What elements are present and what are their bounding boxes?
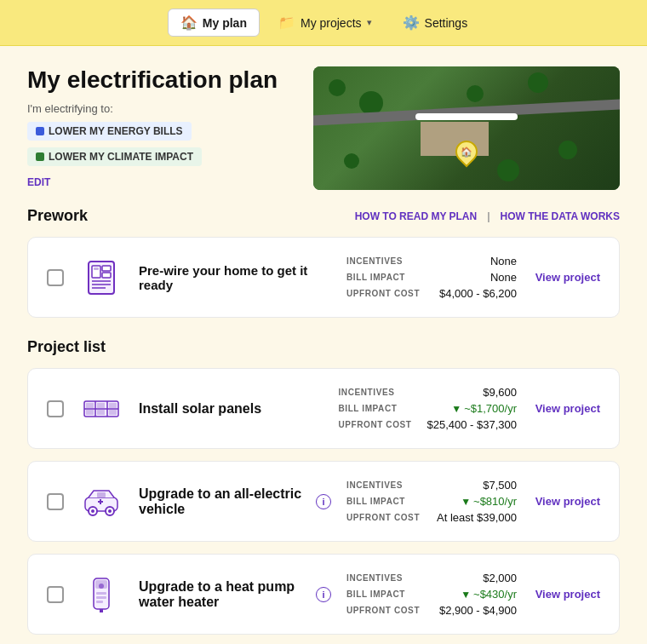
prewire-stats: INCENTIVES None BILL IMPACT None UPFRONT… xyxy=(346,255,517,300)
prewire-cost-row: UPFRONT COST $4,000 - $6,200 xyxy=(346,287,517,300)
svg-rect-30 xyxy=(96,601,103,603)
nav-tab-settings-label: Settings xyxy=(425,16,468,30)
ev-incentives-label: INCENTIVES xyxy=(346,480,421,490)
hpwh-cost-value: $2,900 - $4,900 xyxy=(439,604,517,617)
solar-down-arrow: ▼ xyxy=(451,403,461,415)
svg-rect-3 xyxy=(102,273,111,278)
map-address-bar xyxy=(415,113,518,120)
hpwh-bill-value: ▼ ~$430/yr xyxy=(461,588,517,601)
svg-rect-12 xyxy=(86,403,94,408)
goal-climate-label: LOWER MY CLIMATE IMPACT xyxy=(49,151,193,163)
hpwh-name: Upgrade to a heat pump water heater i xyxy=(139,579,331,610)
goal-tag-energy: LOWER MY ENERGY BILLS xyxy=(27,122,192,141)
solar-cost-row: UPFRONT COST $25,400 - $37,300 xyxy=(338,418,517,431)
goal-tags: LOWER MY ENERGY BILLS LOWER MY CLIMATE I… xyxy=(27,122,313,166)
hpwh-checkbox[interactable] xyxy=(47,586,64,603)
main-content: My electrification plan I'm electrifying… xyxy=(0,46,647,644)
map-tree xyxy=(497,159,519,181)
svg-rect-2 xyxy=(102,266,111,271)
prework-title: Prework xyxy=(27,207,88,225)
header-row: My electrification plan I'm electrifying… xyxy=(27,66,620,190)
hpwh-info-icon[interactable]: i xyxy=(316,587,331,602)
property-map[interactable]: 🏠 xyxy=(313,66,620,190)
gear-icon: ⚙️ xyxy=(403,14,420,31)
goal-tag-climate: LOWER MY CLIMATE IMPACT xyxy=(27,147,202,166)
edit-link[interactable]: EDIT xyxy=(27,176,50,188)
climate-dot xyxy=(36,152,44,161)
ev-bill-row: BILL IMPACT ▼ ~$810/yr xyxy=(346,495,517,508)
ev-bill-label: BILL IMPACT xyxy=(346,497,421,506)
solar-incentives-label: INCENTIVES xyxy=(338,388,413,397)
ev-bill-value: ▼ ~$810/yr xyxy=(461,495,517,508)
ev-name: Upgrade to an all-electric vehicle i xyxy=(139,486,331,517)
prewire-view-project[interactable]: View project xyxy=(532,271,600,284)
svg-point-20 xyxy=(91,509,94,513)
solar-cost-label: UPFRONT COST xyxy=(338,420,413,429)
project-card-solar: Install solar panels INCENTIVES $9,600 B… xyxy=(27,368,620,449)
home-icon: 🏠 xyxy=(180,14,198,31)
ev-down-arrow: ▼ xyxy=(461,496,471,508)
hpwh-bill-row: BILL IMPACT ▼ ~$430/yr xyxy=(346,588,517,601)
solar-cost-value: $25,400 - $37,300 xyxy=(427,418,517,431)
top-navigation: 🏠 My plan 📁 My projects ▾ ⚙️ Settings xyxy=(0,0,647,46)
nav-tab-my-projects-label: My projects xyxy=(301,16,362,30)
prework-section: Prework HOW TO READ MY PLAN | HOW THE DA… xyxy=(27,207,620,318)
solar-name: Install solar panels xyxy=(139,401,323,417)
prewire-checkbox[interactable] xyxy=(47,269,64,286)
prewire-incentives-label: INCENTIVES xyxy=(346,256,421,266)
prewire-incentives-value: None xyxy=(490,255,517,267)
hpwh-view-project[interactable]: View project xyxy=(532,588,600,601)
links-divider: | xyxy=(487,210,490,222)
plan-info: My electrification plan I'm electrifying… xyxy=(27,66,313,188)
solar-bill-label: BILL IMPACT xyxy=(338,404,413,413)
svg-point-33 xyxy=(99,584,104,589)
map-pin-icon: 🏠 xyxy=(461,147,472,158)
svg-rect-13 xyxy=(97,403,105,408)
solar-bill-row: BILL IMPACT ▼ ~$1,700/yr xyxy=(338,402,517,415)
solar-icon xyxy=(79,387,123,431)
prewire-incentives-row: INCENTIVES None xyxy=(346,255,517,267)
solar-bill-value: ▼ ~$1,700/yr xyxy=(451,402,517,415)
project-card-hpwh: Upgrade to a heat pump water heater i IN… xyxy=(27,554,620,635)
nav-tab-settings[interactable]: ⚙️ Settings xyxy=(391,9,480,36)
nav-tab-my-projects[interactable]: 📁 My projects ▾ xyxy=(266,9,384,36)
svg-rect-14 xyxy=(109,403,117,408)
map-tree xyxy=(467,85,484,102)
energy-dot xyxy=(36,127,44,135)
ev-checkbox[interactable] xyxy=(47,493,64,510)
map-tree xyxy=(329,79,346,96)
electrifying-label: I'm electrifying to: xyxy=(27,102,313,115)
hpwh-incentives-label: INCENTIVES xyxy=(346,573,421,583)
svg-rect-23 xyxy=(97,492,106,497)
ev-info-icon[interactable]: i xyxy=(316,494,331,509)
ev-incentives-row: INCENTIVES $7,500 xyxy=(346,479,517,492)
how-data-works-link[interactable]: HOW THE DATA WORKS xyxy=(501,210,620,222)
hpwh-incentives-value: $2,000 xyxy=(483,572,517,584)
section-links: HOW TO READ MY PLAN | HOW THE DATA WORKS xyxy=(355,210,620,222)
solar-checkbox[interactable] xyxy=(47,400,64,417)
project-list-section: Project list Install xyxy=(27,338,620,635)
map-pin: 🏠 xyxy=(451,136,483,168)
prewire-name: Pre-wire your home to get it ready xyxy=(139,263,331,292)
hpwh-down-arrow: ▼ xyxy=(461,589,471,601)
map-pin-container: 🏠 xyxy=(455,141,478,163)
prewire-bill-row: BILL IMPACT None xyxy=(346,271,517,284)
nav-tab-my-plan[interactable]: 🏠 My plan xyxy=(168,9,260,37)
prework-section-header: Prework HOW TO READ MY PLAN | HOW THE DA… xyxy=(27,207,620,225)
goal-energy-label: LOWER MY ENERGY BILLS xyxy=(49,125,183,137)
solar-incentives-value: $9,600 xyxy=(483,386,517,399)
ev-cost-value: At least $39,000 xyxy=(437,511,517,524)
ev-view-project[interactable]: View project xyxy=(532,495,600,508)
map-aerial-view: 🏠 xyxy=(313,66,620,190)
how-to-read-link[interactable]: HOW TO READ MY PLAN xyxy=(355,210,478,222)
prewire-icon xyxy=(79,256,123,300)
project-list-header: Project list xyxy=(27,338,620,356)
map-tree xyxy=(528,72,548,93)
map-tree xyxy=(344,153,359,169)
hpwh-cost-row: UPFRONT COST $2,900 - $4,900 xyxy=(346,604,517,617)
ev-incentives-value: $7,500 xyxy=(483,479,517,492)
solar-view-project[interactable]: View project xyxy=(532,402,600,415)
svg-rect-28 xyxy=(96,592,106,595)
svg-rect-29 xyxy=(96,596,106,599)
project-card-ev: Upgrade to an all-electric vehicle i INC… xyxy=(27,461,620,542)
